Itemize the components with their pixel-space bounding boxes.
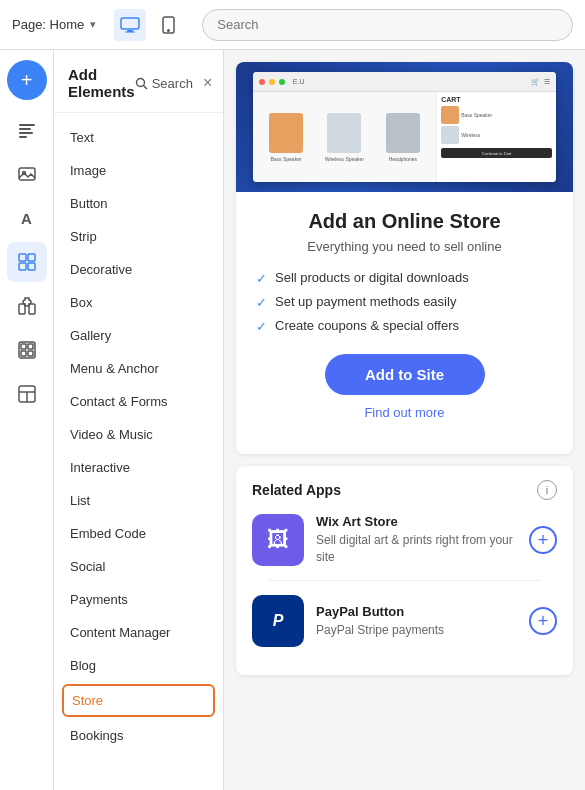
product-3-label: Headphones [389,156,417,162]
svg-rect-8 [19,136,27,138]
app-item-wix-art: 🖼 Wix Art Store Sell digital art & print… [252,514,557,566]
mock-product-1: Bass Speaker [266,107,306,167]
elements-panel: Add Elements Search × Text Image Button … [54,50,224,790]
svg-point-25 [136,78,144,86]
svg-rect-0 [121,18,139,29]
desktop-icon[interactable] [114,9,146,41]
related-apps-section: Related Apps i 🖼 Wix Art Store Sell digi… [236,466,573,675]
elements-panel-header: Add Elements Search × [54,50,223,113]
text-icon[interactable] [7,110,47,150]
paypal-button-desc: PayPal Stripe payments [316,622,517,639]
cart-item-2-img [441,126,459,144]
photo-gallery-icon[interactable] [7,330,47,370]
top-bar: Page: Home ▾ [0,0,585,50]
store-detail-card: E.U 🛒 ☰ Bass Speaker Wireless Speaker [236,62,573,454]
mock-product-3: Headphones [383,107,423,167]
element-item-payments[interactable]: Payments [54,583,223,616]
mock-cart-item-1: Bass Speaker [441,106,552,124]
element-item-menu-anchor[interactable]: Menu & Anchor [54,352,223,385]
cart-item-1-img [441,106,459,124]
svg-rect-7 [19,132,33,134]
svg-rect-13 [19,263,26,270]
mock-product-2: Wireless Speaker [324,107,364,167]
element-item-content-manager[interactable]: Content Manager [54,616,223,649]
store-title: Add an Online Store [256,210,553,233]
mobile-icon[interactable] [152,9,184,41]
store-feature-2: ✓ Set up payment methods easily [256,294,553,310]
element-item-bookings[interactable]: Bookings [54,719,223,752]
search-label: Search [152,76,193,91]
element-item-social[interactable]: Social [54,550,223,583]
element-item-button[interactable]: Button [54,187,223,220]
mock-cart-button: Continue to Cart [441,148,552,158]
mock-store-preview: E.U 🛒 ☰ Bass Speaker Wireless Speaker [253,72,556,182]
element-item-image[interactable]: Image [54,154,223,187]
element-item-video-music[interactable]: Video & Music [54,418,223,451]
wix-art-store-add-button[interactable]: + [529,526,557,554]
svg-rect-12 [28,254,35,261]
element-item-store[interactable]: Store [62,684,215,717]
table-icon[interactable] [7,374,47,414]
svg-rect-15 [19,304,25,314]
add-to-site-button[interactable]: Add to Site [325,354,485,395]
svg-line-26 [143,85,147,89]
element-item-embed-code[interactable]: Embed Code [54,517,223,550]
element-item-interactive[interactable]: Interactive [54,451,223,484]
element-item-box[interactable]: Box [54,286,223,319]
font-icon[interactable]: A [7,198,47,238]
page-label: Page: Home [12,17,84,32]
svg-rect-18 [21,344,26,349]
cart-item-1-text: Bass Speaker [461,112,492,118]
check-icon-1: ✓ [256,271,267,286]
wix-art-store-icon: 🖼 [252,514,304,566]
store-info-section: Add an Online Store Everything you need … [236,192,573,454]
mock-menu-icon: ☰ [544,78,550,86]
store-feature-3: ✓ Create coupons & special offers [256,318,553,334]
mock-browser-bar: E.U 🛒 ☰ [253,72,556,92]
check-icon-3: ✓ [256,319,267,334]
panel-search-button[interactable]: Search [135,76,193,91]
paypal-button-add-button[interactable]: + [529,607,557,635]
image-icon[interactable] [7,154,47,194]
close-panel-button[interactable]: × [203,75,212,91]
store-tagline: Everything you need to sell online [256,239,553,254]
page-selector[interactable]: Page: Home ▾ [12,17,96,32]
related-apps-header: Related Apps i [252,480,557,500]
find-out-more-link[interactable]: Find out more [256,405,553,420]
element-item-list[interactable]: List [54,484,223,517]
svg-rect-2 [125,31,135,32]
add-elements-panel-icon[interactable] [7,242,47,282]
wix-art-store-name: Wix Art Store [316,514,517,529]
icon-sidebar: + A [0,50,54,790]
product-3-image [386,113,420,153]
svg-rect-5 [19,124,35,126]
store-feature-1: ✓ Sell products or digital downloads [256,270,553,286]
svg-rect-21 [28,351,33,356]
paypal-button-icon: P [252,595,304,647]
element-item-text[interactable]: Text [54,121,223,154]
svg-rect-9 [19,168,35,180]
top-search-input[interactable] [202,9,573,41]
add-elements-icon[interactable]: + [7,60,47,100]
element-item-gallery[interactable]: Gallery [54,319,223,352]
chevron-down-icon: ▾ [90,18,96,31]
svg-rect-14 [28,263,35,270]
check-icon-2: ✓ [256,295,267,310]
paypal-button-name: PayPal Button [316,604,517,619]
mock-dot-red [259,79,265,85]
element-item-strip[interactable]: Strip [54,220,223,253]
header-actions: Search × [135,75,213,91]
feature-3-text: Create coupons & special offers [275,318,459,333]
product-2-image [327,113,361,153]
info-icon[interactable]: i [537,480,557,500]
puzzle-icon[interactable] [7,286,47,326]
element-item-blog[interactable]: Blog [54,649,223,682]
element-item-contact-forms[interactable]: Contact & Forms [54,385,223,418]
product-1-label: Bass Speaker [270,156,301,162]
mock-cart-panel: CART Bass Speaker Wireless Continue to C… [436,92,556,182]
mock-products-area: Bass Speaker Wireless Speaker Headphones [253,92,436,182]
mock-dot-green [279,79,285,85]
panel-title: Add Elements [68,66,135,100]
element-item-decorative[interactable]: Decorative [54,253,223,286]
device-icons [114,9,184,41]
